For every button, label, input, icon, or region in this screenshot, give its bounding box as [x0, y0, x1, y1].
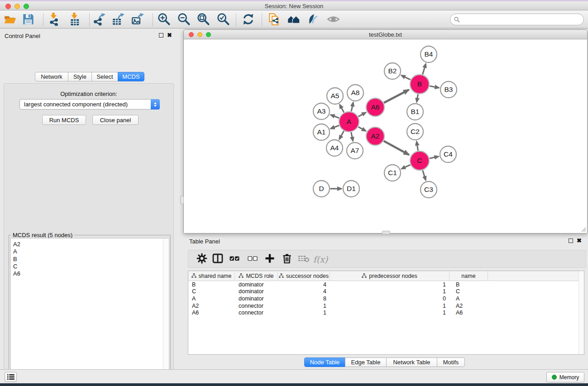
mcds-list-scrollbar[interactable]: [163, 238, 169, 386]
export-image-button[interactable]: [130, 12, 145, 28]
search-input[interactable]: [460, 14, 583, 24]
tab-motifs[interactable]: Motifs: [437, 357, 465, 367]
column-header-successor-nodes[interactable]: successor nodes: [278, 271, 330, 281]
graph-edge-B-B2[interactable]: [402, 76, 411, 80]
column-header-MCDS-role[interactable]: MCDS role: [235, 271, 278, 281]
tab-mcds[interactable]: MCDS: [118, 72, 144, 81]
graph-node-A4[interactable]: A4: [326, 140, 343, 156]
graph-edge-A-A8[interactable]: [351, 103, 353, 112]
vertical-splitter-handle[interactable]: [382, 231, 390, 234]
graph-node-D[interactable]: D: [313, 181, 330, 197]
zoom-selected-button[interactable]: [215, 12, 231, 28]
graph-edge-A-A2[interactable]: [359, 127, 366, 131]
mcds-result-item[interactable]: A: [13, 248, 169, 255]
graph-node-A6[interactable]: A6: [366, 98, 384, 116]
graph-node-D1[interactable]: D1: [343, 181, 359, 197]
delete-column-button[interactable]: [279, 252, 295, 267]
graph-edge-C-C3[interactable]: [423, 171, 426, 181]
table-row[interactable]: Adominator80A: [188, 295, 584, 302]
graph-edge-C-C1[interactable]: [402, 165, 410, 169]
graph-edge-A2-C[interactable]: [384, 141, 409, 155]
clone-network-button[interactable]: [266, 12, 282, 28]
tab-select[interactable]: Select: [91, 72, 118, 81]
float-table-panel-icon[interactable]: [569, 238, 573, 243]
mcds-result-item[interactable]: A2: [13, 241, 169, 248]
graph-node-A1[interactable]: A1: [313, 124, 330, 140]
graph-edge-A6-B[interactable]: [384, 90, 409, 103]
graph-node-C[interactable]: C: [410, 151, 429, 170]
table-options-button[interactable]: [194, 252, 210, 267]
graph-edge-C-C2[interactable]: [416, 142, 418, 151]
mcds-result-item[interactable]: B: [13, 256, 169, 263]
mcds-result-item[interactable]: A6: [13, 270, 169, 277]
select-all-rows-button[interactable]: [227, 252, 242, 267]
graphics-details-button[interactable]: [325, 12, 341, 28]
deselect-all-rows-button[interactable]: [245, 252, 260, 267]
visual-toggle-button[interactable]: [305, 12, 320, 28]
table-scrollbar[interactable]: [578, 271, 584, 354]
table-row[interactable]: Bdominator41B: [188, 281, 584, 288]
column-header-shared-name[interactable]: shared name: [188, 271, 235, 281]
close-panel-icon[interactable]: ✖: [167, 33, 172, 38]
table-row[interactable]: A6connector11A6: [188, 309, 584, 316]
horizontal-splitter-handle[interactable]: [180, 196, 184, 204]
search-box[interactable]: [450, 14, 584, 25]
graph-node-C3[interactable]: C3: [421, 181, 437, 198]
zoom-in-button[interactable]: [156, 12, 172, 28]
graph-node-B3[interactable]: B3: [440, 81, 457, 98]
toggle-column-panel-button[interactable]: [210, 252, 225, 267]
network-window-titlebar[interactable]: testGlobe.txt: [184, 30, 587, 39]
import-table-button[interactable]: [67, 12, 83, 28]
mcds-result-item[interactable]: C: [13, 263, 169, 270]
memory-status-button[interactable]: Memory: [546, 372, 584, 382]
graph-node-A3[interactable]: A3: [313, 103, 330, 119]
home-button[interactable]: [286, 12, 301, 28]
graph-node-A2[interactable]: A2: [366, 127, 384, 145]
graph-node-A8[interactable]: A8: [347, 85, 363, 101]
save-session-button[interactable]: [20, 12, 36, 28]
tab-style[interactable]: Style: [68, 72, 92, 81]
graph-node-B1[interactable]: B1: [407, 104, 423, 120]
resize-grip-icon[interactable]: [580, 226, 586, 232]
export-table-button[interactable]: [110, 12, 126, 28]
graph-edge-B-B3[interactable]: [430, 86, 439, 88]
graph-edge-B-B1[interactable]: [417, 94, 418, 102]
close-table-panel-icon[interactable]: ✖: [577, 238, 582, 243]
graph-edge-B-B4[interactable]: [423, 64, 426, 74]
graph-node-B2[interactable]: B2: [384, 63, 401, 79]
refresh-button[interactable]: [240, 12, 256, 28]
graph-node-A7[interactable]: A7: [347, 143, 363, 159]
add-column-button[interactable]: [262, 252, 277, 267]
run-mcds-button[interactable]: Run MCDS: [42, 115, 86, 125]
graph-node-A[interactable]: A: [339, 112, 359, 132]
tab-edge-table[interactable]: Edge Table: [345, 357, 387, 367]
graph-edge-A-A4[interactable]: [339, 131, 344, 139]
column-header-name[interactable]: name: [449, 271, 488, 281]
graph-edge-A-A5[interactable]: [340, 105, 344, 112]
graph-node-B4[interactable]: B4: [421, 46, 437, 62]
graph-node-B[interactable]: B: [410, 75, 429, 94]
table-row[interactable]: Cdominator41C: [188, 288, 584, 295]
graph-edge-A-A7[interactable]: [351, 132, 353, 141]
close-panel-button[interactable]: Close panel: [92, 115, 139, 125]
graph-edge-A-A3[interactable]: [331, 115, 339, 118]
column-header-predecessor-nodes[interactable]: predecessor nodes: [330, 271, 449, 281]
tab-network-table[interactable]: Network Table: [386, 357, 437, 367]
graph-edge-A-A6[interactable]: [359, 113, 366, 117]
table-row[interactable]: A2connector11A2: [188, 302, 584, 310]
graph-node-A5[interactable]: A5: [327, 88, 343, 104]
import-network-button[interactable]: [47, 12, 62, 28]
criterion-dropdown[interactable]: largest connected component (directed): [19, 99, 160, 110]
open-session-button[interactable]: [2, 12, 18, 28]
graph-node-C4[interactable]: C4: [440, 146, 456, 162]
tab-network[interactable]: Network: [35, 72, 68, 81]
graph-node-C1[interactable]: C1: [384, 165, 401, 181]
zoom-out-button[interactable]: [176, 12, 191, 28]
zoom-fit-button[interactable]: [196, 12, 211, 28]
float-panel-icon[interactable]: [159, 33, 163, 38]
tab-node-table[interactable]: Node Table: [304, 357, 345, 367]
mcds-result-list[interactable]: A2ABCA6: [10, 238, 169, 386]
graph-edge-A-A1[interactable]: [331, 125, 339, 129]
graph-node-C2[interactable]: C2: [407, 124, 423, 140]
export-network-button[interactable]: [91, 12, 107, 28]
